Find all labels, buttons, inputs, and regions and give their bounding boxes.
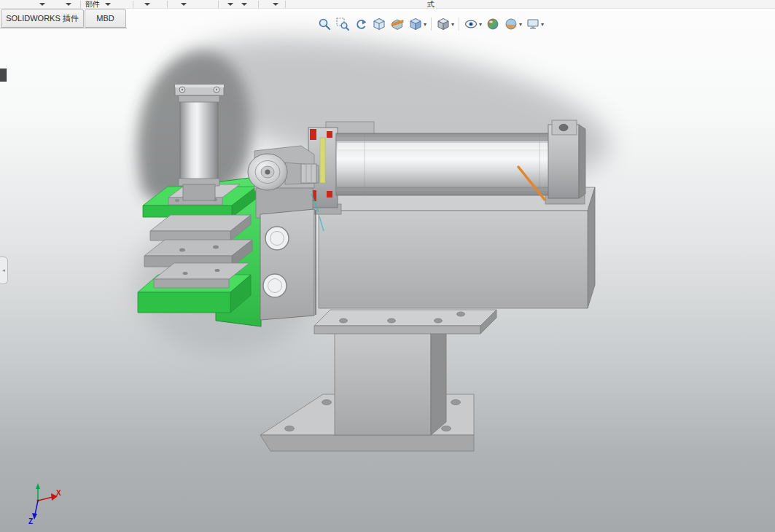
zoom-to-area-icon [335,17,350,31]
toolbar-separator [459,17,459,31]
view-orientation-icon [408,17,423,31]
hide-show-items-icon [464,17,478,31]
previous-view-button[interactable] [352,15,370,33]
orientation-triad: X Z [28,483,61,525]
zoom-to-fit-icon [317,17,332,31]
dropdown-caret[interactable]: ▾ [424,21,427,28]
edit-appearance-icon [486,17,500,31]
main-block [319,187,595,308]
pedestal-column [335,322,446,435]
dropdown-caret[interactable]: ▾ [451,21,454,28]
edit-appearance-button[interactable] [484,15,502,33]
view-orientation-button[interactable]: ▾ [407,15,428,33]
dynamic-annotation-views-icon [372,17,386,31]
display-style-icon [436,17,451,31]
clamp-assembly [248,146,319,218]
section-view-button[interactable] [389,15,406,33]
solidworks-window: X Z 部件 式 SOLIDWORKS 插件 MBD [0,0,775,532]
dropdown-caret[interactable]: ▾ [479,21,482,28]
view-settings-button[interactable]: ▾ [524,15,545,33]
zoom-to-area-button[interactable] [334,15,351,33]
dropdown-caret[interactable]: ▾ [519,21,522,28]
heads-up-view-toolbar: ▾ ▾ ▾ [316,15,545,34]
view-settings-icon [526,17,540,31]
hide-show-items-button[interactable]: ▾ [462,15,483,33]
zoom-to-fit-button[interactable] [316,15,333,33]
triad-x-label: X [56,489,61,497]
dynamic-annotation-views-button[interactable] [370,15,388,33]
apply-scene-button[interactable]: ▾ [502,15,523,33]
toolbar-separator [431,17,432,31]
previous-view-icon [354,17,368,31]
section-view-icon [390,17,405,31]
dropdown-caret[interactable]: ▾ [541,21,544,28]
triad-z-label: Z [28,517,33,525]
apply-scene-icon [504,17,518,31]
vertical-cylinder [175,85,224,200]
mounting-flange [314,310,496,334]
3d-viewport[interactable]: X Z [0,0,775,532]
display-style-button[interactable]: ▾ [435,15,456,33]
